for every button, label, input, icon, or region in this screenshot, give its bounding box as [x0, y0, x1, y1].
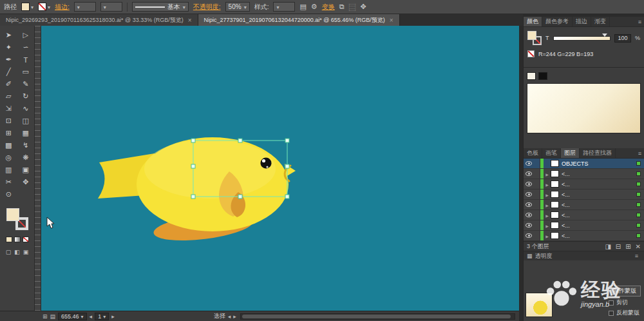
- tab-brushes[interactable]: 画笔: [542, 148, 561, 158]
- swatch-black[interactable]: [538, 72, 547, 80]
- document-setup-icon[interactable]: ▤: [299, 3, 306, 11]
- make-clip-mask-icon[interactable]: ◨: [605, 243, 611, 250]
- fill-color-box[interactable]: [6, 208, 19, 221]
- layer-thumbnail[interactable]: [551, 191, 559, 198]
- new-sublayer-icon[interactable]: ⊟: [616, 243, 621, 250]
- fill-stroke-indicator[interactable]: [6, 208, 28, 230]
- tab-pathfinder[interactable]: 路径查找器: [580, 148, 616, 158]
- stroke-panel-link[interactable]: 描边:: [55, 3, 70, 12]
- expand-triangle-icon[interactable]: [544, 202, 551, 208]
- layer-row[interactable]: <...: [524, 190, 644, 200]
- layer-row-objects[interactable]: OBJECTS: [524, 159, 644, 169]
- isolate-icon[interactable]: ✥: [361, 3, 366, 11]
- fill-color-picker[interactable]: [21, 3, 33, 11]
- gradient-tool[interactable]: ▩: [0, 139, 17, 151]
- perspective-grid-tool[interactable]: ⊞: [0, 127, 17, 139]
- document-tab-1[interactable]: Nipic_29269293_20190701163625318030.ai* …: [0, 14, 198, 26]
- visibility-eye-icon[interactable]: [524, 182, 534, 186]
- screen-mode-icon[interactable]: ▣: [23, 249, 29, 255]
- lasso-tool[interactable]: ∽: [17, 41, 35, 54]
- paintbrush-tool[interactable]: ✐: [0, 78, 17, 90]
- expand-triangle-icon[interactable]: [544, 171, 551, 177]
- symbol-sprayer-tool[interactable]: ❋: [17, 151, 35, 164]
- line-segment-tool[interactable]: ╱: [0, 66, 17, 78]
- tab-color-guide[interactable]: 颜色参考: [542, 17, 573, 26]
- expand-triangle-icon[interactable]: [544, 212, 551, 219]
- layer-thumbnail[interactable]: [551, 180, 559, 188]
- delete-layer-icon[interactable]: ✕: [636, 243, 641, 250]
- layer-name[interactable]: <...: [562, 191, 636, 198]
- transparency-artwork-thumbnail[interactable]: [526, 293, 553, 317]
- style-dropdown[interactable]: [273, 2, 295, 12]
- blend-tool[interactable]: ◎: [0, 151, 17, 164]
- pencil-tool[interactable]: ✎: [17, 78, 35, 90]
- lock-cell[interactable]: [534, 179, 540, 189]
- visibility-eye-icon[interactable]: [524, 192, 534, 197]
- column-graph-tool[interactable]: ▥: [0, 164, 17, 176]
- align-icon[interactable]: ⧉: [339, 3, 345, 11]
- selection-indicator[interactable]: [636, 192, 641, 197]
- eyedropper-tool[interactable]: ↯: [17, 139, 35, 151]
- layer-name[interactable]: <...: [562, 212, 636, 219]
- tab-swatches[interactable]: 色板: [524, 148, 542, 158]
- panel-menu-icon[interactable]: [632, 253, 641, 259]
- gradient-preview[interactable]: [527, 83, 641, 133]
- swatch-white[interactable]: [527, 72, 536, 80]
- new-layer-icon[interactable]: ⊞: [625, 243, 630, 250]
- tint-value-field[interactable]: 100: [614, 34, 631, 43]
- selection-indicator[interactable]: [636, 213, 641, 217]
- layer-row[interactable]: <...: [524, 231, 644, 241]
- tab-color[interactable]: 颜色: [524, 17, 542, 26]
- color-mode-button[interactable]: [6, 237, 12, 242]
- selection-indicator[interactable]: [636, 161, 641, 166]
- layer-name[interactable]: <...: [562, 233, 636, 239]
- checkbox-icon[interactable]: [609, 300, 614, 306]
- scroll-right-arrow[interactable]: [233, 313, 236, 320]
- expand-triangle-icon[interactable]: [544, 191, 551, 198]
- panel-menu-icon[interactable]: [636, 148, 644, 158]
- stroke-color-picker[interactable]: [38, 3, 50, 11]
- lock-cell[interactable]: [534, 159, 540, 168]
- rectangle-tool[interactable]: ▭: [17, 66, 35, 78]
- make-mask-button[interactable]: 制作蒙版: [609, 286, 641, 297]
- expand-triangle-icon[interactable]: [544, 233, 551, 239]
- selection-tool[interactable]: ➤: [0, 29, 17, 41]
- artboard-select[interactable]: 1: [95, 313, 109, 320]
- zoom-level-select[interactable]: 655.46: [58, 313, 87, 320]
- selection-indicator[interactable]: [636, 202, 641, 207]
- canvas-area[interactable]: [41, 26, 519, 311]
- width-tool[interactable]: ∿: [17, 102, 35, 115]
- eraser-tool[interactable]: ▱: [0, 90, 17, 102]
- shape-builder-tool[interactable]: ◫: [17, 115, 35, 127]
- draw-normal-icon[interactable]: ▢: [6, 249, 12, 255]
- lock-cell[interactable]: [534, 231, 540, 240]
- free-transform-tool[interactable]: ⊡: [0, 115, 17, 127]
- close-icon[interactable]: ×: [390, 17, 393, 24]
- visibility-eye-icon[interactable]: [524, 213, 534, 217]
- layer-name[interactable]: <...: [562, 171, 636, 177]
- brush-definition-dropdown[interactable]: 基本: [132, 2, 189, 12]
- clip-checkbox-row[interactable]: 剪切: [609, 298, 628, 307]
- visibility-eye-icon[interactable]: [524, 202, 534, 207]
- stroke-weight-dropdown[interactable]: [74, 2, 96, 12]
- layer-thumbnail[interactable]: [551, 222, 559, 229]
- lock-cell[interactable]: [534, 190, 540, 199]
- selection-indicator[interactable]: [636, 182, 641, 186]
- lock-cell[interactable]: [534, 210, 540, 220]
- checkbox-icon[interactable]: [609, 311, 614, 316]
- lock-cell[interactable]: [534, 200, 540, 209]
- tab-stroke[interactable]: 描边: [573, 17, 591, 26]
- visibility-eye-icon[interactable]: [524, 223, 534, 228]
- layer-thumbnail[interactable]: [551, 160, 559, 167]
- pen-tool[interactable]: ✒: [0, 54, 17, 66]
- layer-row[interactable]: <...: [524, 179, 644, 190]
- close-icon[interactable]: ×: [188, 17, 192, 24]
- lock-cell[interactable]: [534, 169, 540, 179]
- magic-wand-tool[interactable]: ✦: [0, 41, 17, 54]
- opacity-dropdown[interactable]: 50%: [225, 2, 250, 12]
- mesh-tool[interactable]: ▦: [17, 127, 35, 139]
- panel-menu-icon[interactable]: [636, 17, 644, 26]
- grid-toggle-icon[interactable]: [43, 313, 48, 320]
- slider-thumb-icon[interactable]: [602, 34, 607, 37]
- scrollbar-thumb[interactable]: [242, 315, 511, 318]
